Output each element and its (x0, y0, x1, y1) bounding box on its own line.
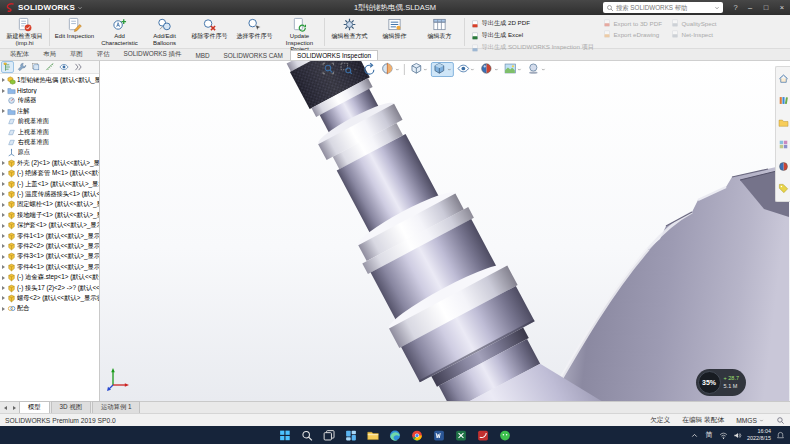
tree-item[interactable]: 传感器 (0, 96, 99, 106)
doc-tab-3d-views[interactable]: 3D 视图 (51, 401, 91, 414)
tree-item[interactable]: 零件4<1> (默认<<默认>_显示状态 (0, 262, 99, 272)
tree-item[interactable]: 零件3<1> (默认<<默认>_显示状态 (0, 252, 99, 262)
file-explorer-tab[interactable] (778, 114, 789, 132)
excel-taskbar-icon[interactable] (454, 428, 469, 443)
panel-tab-pane-expand[interactable] (71, 61, 84, 73)
tab-addins[interactable]: SOLIDWORKS 插件 (117, 48, 189, 61)
zoom-fit-button[interactable] (319, 62, 337, 77)
start-taskbar-icon[interactable] (278, 428, 293, 443)
tree-item[interactable]: 注解 (0, 106, 99, 116)
solidworks-resources-tab[interactable] (778, 70, 789, 88)
expand-caret-icon[interactable] (2, 296, 5, 300)
appearances-scenes-tab[interactable] (778, 158, 789, 176)
expand-caret-icon[interactable] (2, 203, 5, 207)
export-button[interactable]: 导出生成 2D PDF (471, 19, 594, 28)
edge-taskbar-icon[interactable] (388, 428, 403, 443)
ime-indicator[interactable]: 简 (704, 430, 714, 440)
expand-caret-icon[interactable] (2, 286, 5, 290)
status-search-icon[interactable] (776, 416, 785, 425)
edit-appearance-button[interactable] (477, 62, 501, 77)
update-project-button[interactable]: Update Inspection Project (277, 16, 322, 48)
previous-view-button[interactable] (360, 62, 378, 77)
expand-caret-icon[interactable] (2, 172, 5, 176)
expand-caret-icon[interactable] (2, 89, 5, 93)
help-search-box[interactable] (603, 2, 723, 13)
notification-icon[interactable] (776, 431, 785, 440)
view-palette-tab[interactable] (778, 136, 789, 154)
edit-methods-button[interactable]: 编辑检查方式 (327, 16, 372, 48)
tab-evaluate[interactable]: 评估 (90, 48, 117, 61)
expand-caret-icon[interactable] (2, 265, 5, 269)
expand-caret-icon[interactable] (2, 213, 5, 217)
edit-table-button[interactable]: 编辑表方 (417, 16, 462, 48)
tree-item[interactable]: 1型铂铑热电偶 (默认<默认_显示状态-1>) (0, 75, 99, 85)
panel-tab-dimxpert-manager[interactable] (43, 61, 56, 73)
view-settings-button[interactable] (524, 62, 548, 77)
expand-caret-icon[interactable] (2, 161, 5, 165)
remove-balloons-button[interactable]: 移除零件序号 (187, 16, 232, 48)
expand-caret-icon[interactable] (2, 192, 5, 196)
tree-item[interactable]: 配合 (0, 304, 99, 314)
tree-item[interactable]: History (0, 85, 99, 95)
tabs-scroll-left-button[interactable] (1, 403, 10, 413)
expand-caret-icon[interactable] (2, 244, 5, 248)
tree-item[interactable]: (-) 温度传感器接头<1> (默认<<默认 (0, 189, 99, 199)
model-main-body[interactable] (548, 164, 789, 401)
file-explorer-taskbar-icon[interactable] (366, 428, 381, 443)
expand-caret-icon[interactable] (2, 255, 5, 259)
solidworks-logo[interactable]: SOLIDWORKS (5, 2, 83, 13)
panel-tab-property-manager[interactable] (15, 61, 28, 73)
graphics-area[interactable]: 35% + 28.7 5.1 M (100, 61, 790, 401)
expand-caret-icon[interactable] (2, 234, 5, 238)
search-taskbar-icon[interactable] (300, 428, 315, 443)
units-selector[interactable]: MMGS (736, 417, 764, 424)
expand-caret-icon[interactable] (2, 224, 5, 228)
widgets-taskbar-icon[interactable] (344, 428, 359, 443)
tree-item[interactable]: 螺母<2> (默认<<默认>_显示状态 (0, 293, 99, 303)
volume-icon[interactable] (733, 431, 742, 440)
tree-item[interactable]: (-) 接头17 (2)<2> ->? (默认<<默认> (0, 283, 99, 293)
doc-tab-motion-study[interactable]: 运动算例 1 (92, 401, 140, 414)
chrome-taskbar-icon[interactable] (410, 428, 425, 443)
expand-caret-icon[interactable] (2, 109, 5, 113)
expand-caret-icon[interactable] (2, 78, 5, 82)
tab-inspection[interactable]: SOLIDWORKS Inspection (290, 50, 378, 61)
tree-item[interactable]: 外壳 (2)<1> (默认<<默认>_显示状态 (0, 158, 99, 168)
expand-caret-icon[interactable] (2, 276, 5, 280)
doc-tab-model[interactable]: 模型 (19, 401, 50, 414)
network-icon[interactable] (719, 431, 728, 440)
export-button[interactable]: Net-Inspect (671, 30, 717, 38)
tree-item[interactable]: (-) 绝缘套管 M<1> (默认<<默认>_显示 (0, 169, 99, 179)
wechat-taskbar-icon[interactable] (498, 428, 513, 443)
edit-inspection-button[interactable]: Edit Inspection (52, 16, 97, 48)
export-button[interactable]: Export to 3D PDF (603, 19, 662, 27)
help-search-input[interactable] (616, 4, 712, 11)
panel-tab-feature-manager[interactable] (1, 61, 14, 73)
export-button[interactable]: Export eDrawing (603, 30, 662, 38)
tray-expand-icon[interactable] (690, 431, 699, 440)
tree-item[interactable]: (-) 上盖<1> (默认<<默认>_显示状态 (0, 179, 99, 189)
custom-properties-tab[interactable] (778, 180, 789, 198)
hide-show-items-button[interactable] (454, 62, 478, 77)
taskbar-clock[interactable]: 16:04 2022/8/15 (747, 428, 771, 442)
tree-item[interactable]: 零件2<2> (默认<<默认>_显示状态 (0, 241, 99, 251)
balloons-button[interactable]: Add/Edit Balloons (142, 16, 187, 48)
close-button[interactable]: × (774, 0, 790, 15)
tabs-scroll-right-button[interactable] (10, 403, 19, 413)
panel-tab-display-manager[interactable] (57, 61, 70, 73)
expand-caret-icon[interactable] (2, 182, 5, 186)
tree-item[interactable]: 前视基准面 (0, 117, 99, 127)
tab-mbd[interactable]: MBD (188, 50, 216, 61)
display-style-button[interactable] (430, 62, 454, 77)
apply-scene-button[interactable] (501, 62, 524, 77)
tree-item[interactable]: 固定螺栓<1> (默认<<默认>_显示状态 (0, 200, 99, 210)
tree-item[interactable]: 接地端子<1> (默认<<默认>_显示状态 (0, 210, 99, 220)
panel-tab-configuration-manager[interactable] (29, 61, 42, 73)
new-inspection-button[interactable]: 新建检查项目 (imp.hi (2, 16, 47, 48)
section-view-button[interactable] (378, 62, 402, 77)
tree-item[interactable]: 零件1<1> (默认<<默认>_显示状态 (0, 231, 99, 241)
export-button[interactable]: 导出生成 SOLIDWORKS Inspection 项目 (471, 43, 594, 52)
zoom-area-button[interactable] (337, 62, 361, 77)
search-dropdown-icon[interactable] (714, 5, 720, 11)
tree-item[interactable]: 保护套<1> (默认<<默认>_显示状态 (0, 220, 99, 230)
